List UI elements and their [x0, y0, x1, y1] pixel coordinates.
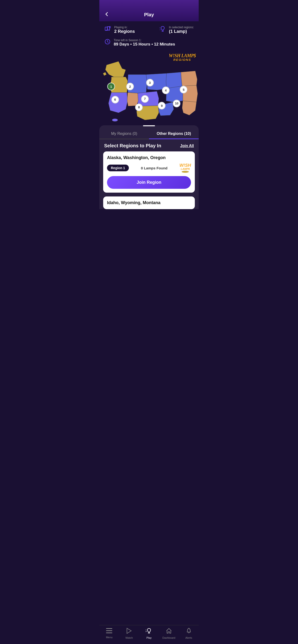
- region-card-2: Idaho, Wyoming, Montana: [103, 196, 195, 209]
- svg-marker-11: [181, 71, 197, 87]
- region-badge-4[interactable]: 4: [162, 86, 170, 94]
- lamps-found-1: 0 Lamps Found: [141, 166, 168, 170]
- app-header: Play: [99, 0, 199, 21]
- tab-my-regions[interactable]: My Regions (0): [99, 129, 149, 139]
- timer-label: Time left in Season 1:: [114, 38, 175, 42]
- stats-bar: Playing in: 2 Regions In selected region…: [99, 21, 199, 36]
- join-all-button[interactable]: Join All: [180, 144, 194, 148]
- region-badge-6[interactable]: 6: [111, 96, 119, 104]
- regions-map: W!SH LAMP$ REGIONS 1 2 3 4 5 6 7 8 9 10: [99, 50, 199, 127]
- region-card-1: Alaska, Washington, Oregon Region 1 0 La…: [103, 152, 195, 192]
- timer-value: 89 Days • 15 Hours • 12 Minutes: [114, 42, 175, 47]
- tab-other-regions[interactable]: Other Regions (10): [149, 129, 199, 139]
- page-title: Play: [144, 12, 154, 18]
- wish-lamps-logo: W!SH LAMP$ REGIONS: [169, 53, 196, 62]
- selected-regions-stat: In selected regions: (1 Lamp): [159, 25, 194, 34]
- drag-handle[interactable]: [143, 125, 155, 126]
- region-badge-7[interactable]: 7: [141, 95, 149, 103]
- region-badge-10[interactable]: 10: [173, 100, 181, 107]
- region-tag-1: Region 1: [107, 164, 129, 171]
- region-badge-8[interactable]: 8: [135, 104, 143, 111]
- selected-regions-value: (1 Lamp): [169, 29, 194, 34]
- timer-bar: Time left in Season 1: 89 Days • 15 Hour…: [99, 36, 199, 50]
- region-badge-2[interactable]: 2: [126, 83, 134, 90]
- playing-in-label: Playing in:: [114, 26, 135, 29]
- join-region-button-1[interactable]: Join Region: [107, 176, 191, 189]
- region-tabs: My Regions (0) Other Regions (10): [99, 129, 199, 139]
- clock-icon: [104, 38, 111, 47]
- back-button[interactable]: [104, 12, 109, 18]
- region-badge-3[interactable]: 3: [146, 79, 154, 86]
- map-icon: [104, 25, 112, 34]
- lamp-logo-card: W!SH LAMP$: [180, 163, 191, 173]
- region-card-title-1: Alaska, Washington, Oregon: [107, 155, 191, 160]
- section-title: Select Regions to Play In: [104, 143, 161, 148]
- playing-in-stat: Playing in: 2 Regions: [104, 25, 135, 34]
- svg-point-20: [112, 118, 118, 122]
- playing-in-value: 2 Regions: [114, 29, 135, 34]
- selected-regions-label: In selected regions:: [169, 26, 194, 29]
- lamp-icon: [159, 25, 167, 34]
- svg-marker-12: [108, 92, 128, 113]
- bottom-sheet: My Regions (0) Other Regions (10) Select…: [99, 125, 199, 209]
- section-header: Select Regions to Play In Join All: [99, 139, 199, 152]
- region-card-title-2: Idaho, Wyoming, Montana: [107, 200, 191, 205]
